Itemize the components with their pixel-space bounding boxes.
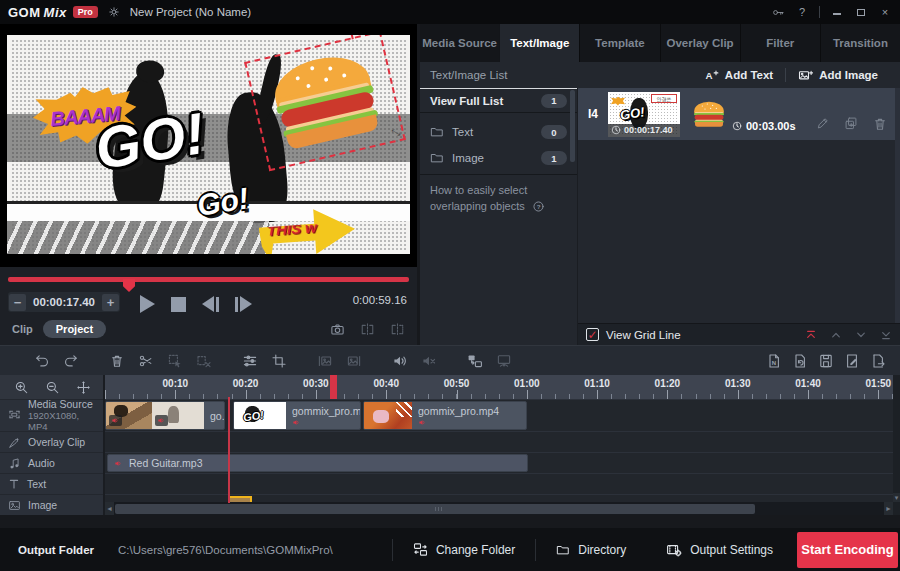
stop-button[interactable]: [171, 297, 186, 312]
item-list-scrollbar[interactable]: [895, 88, 900, 323]
edit-project-icon[interactable]: [844, 353, 860, 369]
minimize-button[interactable]: [830, 6, 844, 18]
crop-icon[interactable]: [271, 353, 287, 369]
filter-image[interactable]: Image 1: [420, 146, 577, 170]
overlay-clip-track[interactable]: [105, 431, 893, 452]
time-ruler[interactable]: 00:1000:2000:3000:4000:5001:0001:1001:20…: [105, 375, 893, 399]
export-project-icon[interactable]: [870, 353, 886, 369]
item-frame-thumbnail[interactable]: 안경쓴 GO! 00:00:17.40: [608, 92, 680, 137]
split-delete-icon[interactable]: [196, 353, 212, 369]
license-key-icon[interactable]: [772, 6, 785, 19]
question-icon[interactable]: ?: [532, 200, 545, 213]
play-button[interactable]: [140, 295, 155, 313]
media-track[interactable]: go... gommix_pro.mp4 gommix_pro.mp4: [105, 399, 893, 431]
resize-handle[interactable]: ⤡: [391, 126, 401, 139]
video-preview[interactable]: BAAAM GO! Go! THIS w ⤡: [0, 24, 417, 267]
ruler-label: 01:10: [584, 378, 610, 389]
playhead-marker[interactable]: [330, 375, 337, 399]
directory-button[interactable]: Directory: [536, 528, 646, 571]
move-to-top-icon[interactable]: [805, 329, 817, 341]
snapshot-camera-icon[interactable]: [330, 322, 345, 337]
clip-mode-tab[interactable]: Clip: [12, 323, 33, 335]
open-project-icon[interactable]: [792, 353, 808, 369]
media-clip-3[interactable]: gommix_pro.mp4: [363, 401, 527, 430]
mirror-vertical-icon[interactable]: [390, 322, 405, 337]
adjust-icon[interactable]: [242, 353, 258, 369]
volume-icon[interactable]: [392, 353, 408, 369]
scroll-down-arrow[interactable]: ▾: [893, 493, 900, 502]
audio-track[interactable]: Red Guitar.mp3: [105, 452, 893, 473]
edit-item-icon[interactable]: [816, 116, 830, 132]
move-down-icon[interactable]: [855, 329, 867, 341]
track-label-media-source[interactable]: Media Source1920X1080, MP4: [0, 399, 103, 431]
tab-transition[interactable]: Transition: [820, 24, 900, 62]
tab-text-image[interactable]: Text/Image: [499, 24, 579, 62]
redo-icon[interactable]: [63, 353, 79, 369]
tab-filter[interactable]: Filter: [740, 24, 820, 62]
insert-image-right-icon[interactable]: [346, 353, 362, 369]
previous-frame-button[interactable]: [202, 296, 219, 312]
media-clip-2[interactable]: gommix_pro.mp4: [233, 401, 361, 430]
item-burger-thumbnail[interactable]: [692, 100, 726, 128]
delete-item-icon[interactable]: [872, 116, 888, 132]
new-project-icon[interactable]: N: [766, 353, 782, 369]
track-label-image[interactable]: Image: [0, 494, 103, 515]
scroll-left-arrow[interactable]: ◄: [105, 502, 114, 515]
cut-icon[interactable]: [138, 353, 154, 369]
view-grid-line-checkbox[interactable]: ✓: [586, 328, 599, 341]
track-label-audio[interactable]: Audio: [0, 452, 103, 473]
tab-template[interactable]: Template: [579, 24, 659, 62]
scroll-right-arrow[interactable]: ►: [884, 502, 893, 515]
move-up-icon[interactable]: [830, 329, 842, 341]
change-folder-button[interactable]: Change Folder: [393, 528, 535, 571]
undo-icon[interactable]: [34, 353, 50, 369]
seek-bar[interactable]: [8, 277, 409, 282]
stairs-texture: [7, 221, 269, 254]
vertical-scrollbar[interactable]: ▾: [893, 375, 900, 515]
project-mode-tab[interactable]: Project: [43, 320, 106, 338]
help-icon[interactable]: ?: [795, 6, 809, 18]
tab-overlay-clip[interactable]: Overlay Clip: [660, 24, 740, 62]
playhead-line[interactable]: [228, 397, 230, 503]
maximize-button[interactable]: [854, 6, 868, 18]
next-frame-button[interactable]: [235, 296, 252, 312]
tab-media-source[interactable]: Media Source: [420, 24, 499, 62]
zoom-out-icon[interactable]: [45, 380, 60, 395]
horizontal-scrollbar[interactable]: ◄ ►: [105, 502, 893, 515]
mute-icon[interactable]: [421, 353, 437, 369]
track-label-text[interactable]: Text: [0, 473, 103, 494]
seek-handle[interactable]: [123, 279, 135, 292]
settings-gear-icon[interactable]: [108, 6, 120, 18]
output-settings-button[interactable]: Output Settings: [646, 528, 793, 571]
save-project-icon[interactable]: [818, 353, 834, 369]
track-lanes[interactable]: go... gommix_pro.mp4 gommix_pro.mp4 Red …: [105, 399, 893, 502]
clip-visibility-icon[interactable]: [496, 353, 512, 369]
ruler-label: 00:40: [373, 378, 399, 389]
close-button[interactable]: ×: [878, 6, 892, 18]
media-clip-1[interactable]: go...: [105, 401, 225, 430]
decrease-time-button[interactable]: −: [9, 294, 26, 311]
increase-time-button[interactable]: +: [102, 294, 119, 311]
scrollbar-thumb[interactable]: [115, 504, 755, 514]
track-label-overlay-clip[interactable]: Overlay Clip: [0, 431, 103, 452]
move-to-bottom-icon[interactable]: [880, 329, 892, 341]
select-area-icon[interactable]: [167, 353, 183, 369]
help-text[interactable]: How to easily select overlapping objects…: [430, 182, 545, 214]
audio-clip[interactable]: Red Guitar.mp3: [107, 454, 528, 472]
insert-image-left-icon[interactable]: [317, 353, 333, 369]
text-track[interactable]: [105, 473, 893, 494]
item-id: I4: [588, 107, 608, 121]
mirror-horizontal-icon[interactable]: [360, 322, 375, 337]
filter-list-scrollbar[interactable]: [570, 90, 575, 162]
start-encoding-button[interactable]: Start Encoding: [797, 532, 898, 568]
duplicate-item-icon[interactable]: [844, 116, 858, 132]
filter-text[interactable]: Text 0: [420, 120, 577, 144]
move-to-track-icon[interactable]: [467, 353, 483, 369]
pan-icon[interactable]: [76, 380, 91, 395]
add-text-button[interactable]: AAdd Text: [692, 68, 785, 83]
delete-icon[interactable]: [109, 353, 125, 369]
filter-view-full-list[interactable]: View Full List 1: [420, 88, 577, 112]
zoom-in-icon[interactable]: [14, 380, 29, 395]
add-image-button[interactable]: Add Image: [786, 68, 890, 83]
item-row-i4[interactable]: I4 안경쓴 GO! 00:00:17.40 00:03.00s: [578, 88, 900, 140]
